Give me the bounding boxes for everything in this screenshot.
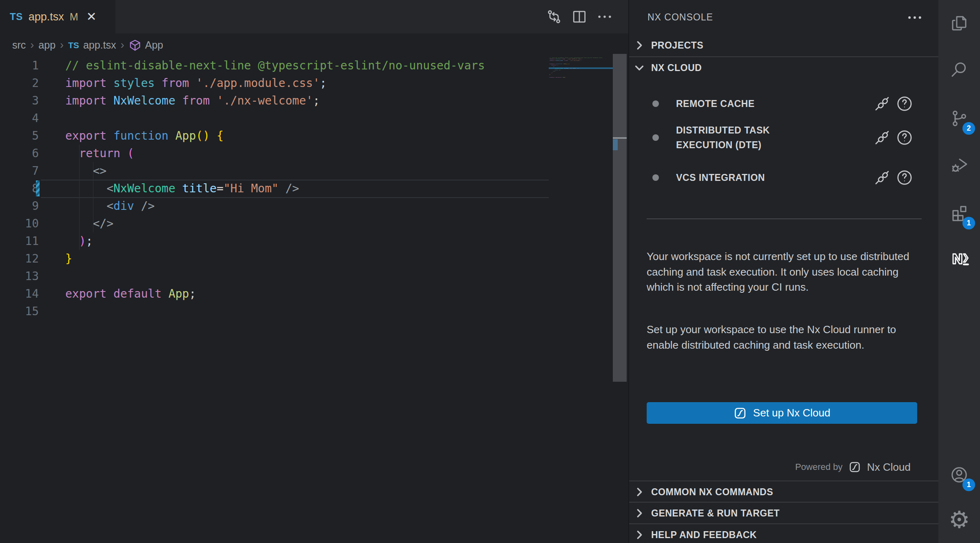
search-icon[interactable] — [938, 50, 980, 89]
settings-gear-icon[interactable]: ⚙ — [938, 500, 980, 539]
code-text: </> — [65, 215, 113, 232]
section-header-help-and-feedback[interactable]: HELP AND FEEDBACK — [629, 523, 938, 543]
accounts-icon[interactable]: 1 — [938, 455, 980, 494]
code-line-15[interactable]: 15 — [0, 303, 549, 320]
source-control-icon[interactable]: 2 — [938, 99, 980, 138]
feature-label: VCS INTEGRATION — [676, 170, 807, 185]
breadcrumb-item-src[interactable]: src — [12, 39, 26, 51]
setup-nx-cloud-button[interactable]: Set up Nx Cloud — [647, 402, 917, 424]
code-line-9[interactable]: 9 <div /> — [0, 197, 549, 215]
code-line-13[interactable]: 13 — [0, 267, 549, 285]
section-header-projects[interactable]: PROJECTS — [629, 34, 938, 56]
nx-cloud-logo-icon — [734, 407, 747, 420]
vscode-window: { "colors": { "accent_blue": "#1173b5", … — [0, 0, 980, 543]
line-number: 14 — [0, 285, 39, 303]
settings-gear-icon: ⚙ — [949, 508, 970, 532]
section-header-common-nx-commands[interactable]: COMMON NX COMMANDS — [629, 481, 938, 503]
code-line-7[interactable]: 7 <> — [0, 162, 549, 180]
breadcrumb-label: app.tsx — [83, 39, 116, 51]
connect-icon[interactable] — [873, 169, 891, 187]
line-number: 13 — [0, 267, 39, 285]
tab-bar: TS app.tsx M ✕ — [0, 0, 628, 33]
ts-file-icon: TS — [10, 11, 23, 22]
line-number: 11 — [0, 232, 39, 250]
nx-console-icon[interactable] — [938, 239, 980, 278]
breadcrumb-separator: › — [121, 39, 124, 51]
feature-label: DISTRIBUTED TASK EXECUTION (DTE) — [676, 123, 807, 152]
minimap[interactable]: 1// eslint-disable-next-line @typescript… — [549, 57, 613, 343]
nx-cloud-description-1: Your workspace is not currently set up t… — [647, 249, 919, 295]
nx-console-panel: NX CONSOLE PROJECTSNX CLOUD REMOTE CACHE… — [628, 0, 938, 543]
section-header-generate-run-target[interactable]: GENERATE & RUN TARGET — [629, 502, 938, 524]
split-editor-icon[interactable] — [570, 8, 588, 26]
code-text: import styles from './app.module.css'; — [65, 74, 327, 92]
code-line-14[interactable]: 14export default App; — [0, 285, 549, 303]
breadcrumb-item-app-tsx[interactable]: TSapp.tsx — [68, 39, 116, 51]
section-header-nx-cloud[interactable]: NX CLOUD — [629, 56, 938, 78]
code-line-10[interactable]: 10 </> — [0, 215, 549, 232]
code-line-4[interactable]: 4 — [0, 109, 549, 127]
explorer-icon[interactable] — [938, 4, 980, 43]
line-number: 2 — [0, 74, 39, 92]
editor-group: TS app.tsx M ✕ src›app›TSapp.tsx›App 1//… — [0, 0, 628, 543]
code-line-11[interactable]: 11 ); — [0, 232, 549, 250]
feature-label: REMOTE CACHE — [676, 96, 807, 111]
connect-icon[interactable] — [873, 129, 891, 147]
code-text: } — [65, 250, 72, 267]
powered-by: Powered by Nx Cloud — [795, 458, 911, 476]
line-number: 3 — [0, 92, 39, 109]
code-line-3[interactable]: 3import NxWelcome from './nx-welcome'; — [0, 92, 549, 109]
line-number: 1 — [0, 57, 39, 74]
ts-file-icon: TS — [68, 40, 79, 50]
breadcrumb-separator: › — [30, 39, 34, 51]
code-line-8[interactable]: 8 <NxWelcome title="Hi Mom" /> — [0, 180, 549, 197]
indent-guide — [93, 162, 93, 232]
more-actions-icon[interactable] — [596, 8, 614, 26]
open-changes-icon[interactable] — [545, 8, 563, 26]
scrollbar-modified-marker — [613, 139, 618, 150]
run-debug-icon[interactable] — [938, 145, 980, 184]
line-number: 4 — [0, 109, 39, 127]
code-line-12[interactable]: 12} — [0, 250, 549, 267]
line-number: 7 — [0, 162, 39, 180]
question-icon[interactable] — [896, 95, 913, 113]
connect-icon[interactable] — [873, 95, 891, 113]
question-icon[interactable] — [896, 169, 913, 187]
code-line-2[interactable]: 2import styles from './app.module.css'; — [0, 74, 549, 92]
question-icon[interactable] — [896, 129, 913, 147]
editor-scrollbar[interactable] — [613, 54, 627, 382]
close-icon[interactable]: ✕ — [86, 11, 97, 23]
line-number: 9 — [0, 197, 39, 215]
code-line-5[interactable]: 5export function App() { — [0, 127, 549, 145]
line-number: 15 — [0, 303, 39, 320]
scrollbar-cursor-marker — [613, 137, 627, 139]
chevron-right-icon — [633, 39, 645, 51]
more-actions-icon[interactable] — [905, 9, 925, 27]
extensions-icon[interactable]: 1 — [938, 194, 980, 233]
code-line-15[interactable]: 15 — [549, 78, 613, 80]
gutter-modified-marker — [36, 180, 40, 196]
code-text: import NxWelcome from './nx-welcome'; — [65, 92, 320, 109]
code-line-6[interactable]: 6 return ( — [0, 145, 549, 162]
line-number: 10 — [0, 215, 39, 232]
class-cube-icon — [129, 39, 141, 51]
nx-cloud-brand: Nx Cloud — [867, 461, 911, 474]
line-number: 5 — [0, 127, 39, 145]
line-number: 8 — [0, 180, 39, 197]
code-text: // eslint-disable-next-line @typescript-… — [65, 57, 485, 74]
code-editor[interactable]: 1// eslint-disable-next-line @typescript… — [0, 57, 549, 320]
breadcrumb-label: src — [12, 39, 26, 51]
setup-button-label: Set up Nx Cloud — [753, 407, 830, 419]
breadcrumb-item-app[interactable]: App — [129, 39, 163, 51]
tab-app-tsx[interactable]: TS app.tsx M ✕ — [0, 0, 115, 33]
code-text: <> — [65, 162, 106, 180]
code-line-1[interactable]: 1// eslint-disable-next-line @typescript… — [0, 57, 549, 74]
code-text: export function App() { — [65, 127, 224, 145]
nx-cloud-logo-icon — [849, 461, 861, 473]
section-label: HELP AND FEEDBACK — [651, 530, 757, 541]
code-text: return ( — [65, 145, 134, 162]
breadcrumb-item-app[interactable]: app — [38, 39, 55, 51]
powered-by-label: Powered by — [795, 462, 843, 472]
tab-label: app.tsx — [29, 11, 64, 23]
nx-cloud-description-2: Set up your workspace to use the Nx Clou… — [647, 322, 919, 353]
